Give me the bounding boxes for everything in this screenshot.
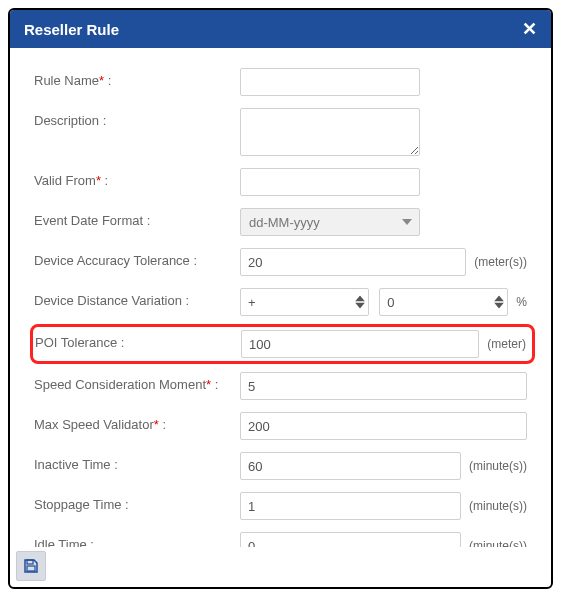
save-button[interactable] bbox=[16, 551, 46, 581]
label-device-accuracy: Device Accuracy Tolerance : bbox=[34, 248, 234, 268]
form-body: Rule Name* : Description : Valid From* : bbox=[10, 48, 551, 547]
dialog-title: Reseller Rule bbox=[24, 21, 119, 38]
label-valid-from: Valid From* : bbox=[34, 168, 234, 188]
device-distance-val-spinner[interactable] bbox=[379, 288, 508, 316]
svg-marker-3 bbox=[494, 296, 504, 302]
suffix-minutes: (minute(s)) bbox=[469, 499, 527, 513]
valid-from-input[interactable] bbox=[240, 168, 420, 196]
suffix-percent: % bbox=[516, 295, 527, 309]
footer bbox=[10, 547, 551, 587]
label-max-speed: Max Speed Validator* : bbox=[34, 412, 234, 432]
stoppage-time-input[interactable] bbox=[240, 492, 461, 520]
suffix-minutes: (minute(s)) bbox=[469, 459, 527, 473]
rule-name-input[interactable] bbox=[240, 68, 420, 96]
device-distance-val-input[interactable] bbox=[379, 288, 508, 316]
label-stoppage-time: Stoppage Time : bbox=[34, 492, 234, 512]
label-speed-moment: Speed Consideration Moment* : bbox=[34, 372, 234, 392]
svg-rect-8 bbox=[27, 566, 35, 571]
dialog: Reseller Rule ✕ Rule Name* : Description… bbox=[8, 8, 553, 589]
poi-tolerance-row: POI Tolerance : (meter) bbox=[30, 324, 535, 364]
event-date-format-select[interactable]: dd-MM-yyyy bbox=[240, 208, 420, 236]
speed-moment-input[interactable] bbox=[240, 372, 527, 400]
label-description: Description : bbox=[34, 108, 234, 128]
device-distance-op-spinner[interactable] bbox=[240, 288, 369, 316]
spinner-arrows-icon[interactable] bbox=[355, 296, 365, 309]
label-rule-name: Rule Name* : bbox=[34, 68, 234, 88]
svg-marker-1 bbox=[355, 296, 365, 302]
device-accuracy-input[interactable] bbox=[240, 248, 466, 276]
suffix-meters: (meter(s)) bbox=[474, 255, 527, 269]
suffix-meter: (meter) bbox=[487, 337, 526, 351]
save-icon bbox=[23, 558, 39, 574]
svg-rect-7 bbox=[27, 560, 33, 564]
poi-tolerance-input[interactable] bbox=[241, 330, 479, 358]
label-device-distance: Device Distance Variation : bbox=[34, 288, 234, 308]
idle-time-input[interactable] bbox=[240, 532, 461, 547]
label-poi-tolerance: POI Tolerance : bbox=[35, 330, 235, 350]
svg-marker-2 bbox=[355, 303, 365, 309]
description-input[interactable] bbox=[240, 108, 420, 156]
titlebar: Reseller Rule ✕ bbox=[10, 10, 551, 48]
close-icon[interactable]: ✕ bbox=[522, 20, 537, 38]
suffix-minutes: (minute(s)) bbox=[469, 539, 527, 547]
device-distance-op-input[interactable] bbox=[240, 288, 369, 316]
inactive-time-input[interactable] bbox=[240, 452, 461, 480]
svg-marker-4 bbox=[494, 303, 504, 309]
label-idle-time: Idle Time : bbox=[34, 532, 234, 547]
label-event-date-format: Event Date Format : bbox=[34, 208, 234, 228]
max-speed-input[interactable] bbox=[240, 412, 527, 440]
label-inactive-time: Inactive Time : bbox=[34, 452, 234, 472]
spinner-arrows-icon[interactable] bbox=[494, 296, 504, 309]
